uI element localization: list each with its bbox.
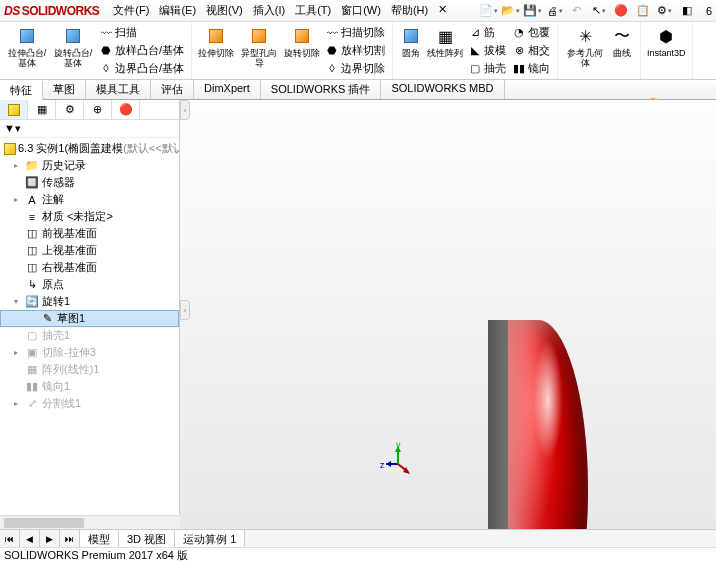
undo-icon[interactable]: ↶: [568, 2, 586, 20]
tree-sketch1[interactable]: ✎草图1: [0, 310, 179, 327]
menu-tools[interactable]: 工具(T): [291, 1, 335, 20]
menu-search-icon[interactable]: ✕: [434, 1, 451, 20]
select-icon[interactable]: ↖▾: [590, 2, 608, 20]
app-logo: DS SOLIDWORKS: [4, 4, 99, 18]
btab-3dview[interactable]: 3D 视图: [119, 530, 175, 547]
tab-features[interactable]: 特征: [0, 81, 43, 100]
tree-mirror1[interactable]: ▮▮镜向1: [0, 378, 179, 395]
btab-prev-icon[interactable]: ◀: [20, 530, 40, 547]
rebuild-icon[interactable]: 🔴: [612, 2, 630, 20]
tree-sensors[interactable]: 🔲传感器: [0, 174, 179, 191]
panel-collapse-handle-2[interactable]: ›: [180, 300, 190, 320]
fm-tabs: ▦ ⚙ ⊕ 🔴: [0, 100, 179, 120]
tab-dimxpert[interactable]: DimXpert: [194, 80, 261, 99]
menubar: 文件(F) 编辑(E) 视图(V) 插入(I) 工具(T) 窗口(W) 帮助(H…: [109, 1, 451, 20]
settings-icon[interactable]: ⚙▾: [656, 2, 674, 20]
qat-number: 6: [706, 5, 712, 17]
tree-annotations[interactable]: ▸A注解: [0, 191, 179, 208]
draft-button[interactable]: ◣拔模: [465, 42, 509, 60]
motion-tabs: ⏮ ◀ ▶ ⏭ 模型 3D 视图 运动算例 1: [0, 529, 716, 547]
tab-sw-mbd[interactable]: SOLIDWORKS MBD: [381, 80, 504, 99]
mirror-button[interactable]: ▮▮镜向: [509, 59, 553, 77]
revolve-boss-button[interactable]: 旋转凸台/基体: [50, 24, 96, 77]
tree-cut-extrude3[interactable]: ▸▣切除-拉伸3: [0, 344, 179, 361]
status-text: SOLIDWORKS Premium 2017 x64 版: [4, 549, 188, 561]
new-icon[interactable]: 📄▾: [480, 2, 498, 20]
menu-view[interactable]: 视图(V): [202, 1, 247, 20]
instant3d-button[interactable]: ⬢Instant3D: [645, 24, 688, 77]
tree-origin[interactable]: ↳原点: [0, 276, 179, 293]
revolve-cut-button[interactable]: 旋转切除: [282, 24, 322, 77]
fm-tab-tree-icon[interactable]: [0, 100, 28, 119]
panel-collapse-handle[interactable]: ›: [180, 100, 190, 120]
ribbon-tabs: 特征 草图 模具工具 评估 DimXpert SOLIDWORKS 插件 SOL…: [0, 80, 716, 100]
save-icon[interactable]: 💾▾: [524, 2, 542, 20]
menu-insert[interactable]: 插入(I): [249, 1, 289, 20]
linear-pattern-button[interactable]: ▦线性阵列: [425, 24, 465, 77]
extrude-cut-button[interactable]: 拉伸切除: [196, 24, 236, 77]
shell-button[interactable]: ▢抽壳: [465, 59, 509, 77]
sweep-cut-button[interactable]: 〰扫描切除: [322, 24, 388, 42]
fillet-button[interactable]: 圆角: [397, 24, 425, 77]
menu-file[interactable]: 文件(F): [109, 1, 153, 20]
extrude-boss-button[interactable]: 拉伸凸台/基体: [4, 24, 50, 77]
statusbar: SOLIDWORKS Premium 2017 x64 版: [0, 547, 716, 561]
btab-motion1[interactable]: 运动算例 1: [175, 530, 245, 547]
rib-button[interactable]: ⊿筋: [465, 24, 509, 42]
tree-material[interactable]: ≡材质 <未指定>: [0, 208, 179, 225]
sweep-button[interactable]: 〰扫描: [96, 24, 187, 42]
btab-next-icon[interactable]: ▶: [40, 530, 60, 547]
tree-right-plane[interactable]: ◫右视基准面: [0, 259, 179, 276]
feature-manager-panel: ▦ ⚙ ⊕ 🔴 ▼▾ 6.3 实例1(椭圆盖建模(默认<<默认>_显 ▸📁历史记…: [0, 100, 180, 540]
tree-scrollbar-h[interactable]: [0, 515, 180, 529]
boundary-boss-button[interactable]: ◊边界凸台/基体: [96, 59, 187, 77]
tab-sketch[interactable]: 草图: [43, 80, 86, 99]
menu-help[interactable]: 帮助(H): [387, 1, 432, 20]
fm-filter-icon[interactable]: ▼▾: [0, 120, 179, 138]
btab-first-icon[interactable]: ⏮: [0, 530, 20, 547]
options-icon[interactable]: 📋: [634, 2, 652, 20]
svg-marker-1: [386, 461, 391, 467]
quick-access-toolbar: 📄▾ 📂▾ 💾▾ 🖨▾ ↶ ↖▾ 🔴 📋 ⚙▾ ◧ 6: [480, 2, 712, 20]
intersect-button[interactable]: ⊗相交: [509, 42, 553, 60]
workspace: ▦ ⚙ ⊕ 🔴 ▼▾ 6.3 实例1(椭圆盖建模(默认<<默认>_显 ▸📁历史记…: [0, 100, 716, 540]
fm-tab-display-icon[interactable]: 🔴: [112, 100, 140, 119]
ref-geom-button[interactable]: ✳参考几何体: [562, 24, 608, 77]
titlebar: DS SOLIDWORKS 文件(F) 编辑(E) 视图(V) 插入(I) 工具…: [0, 0, 716, 22]
print-icon[interactable]: 🖨▾: [546, 2, 564, 20]
orientation-triad[interactable]: z y: [380, 440, 420, 480]
tab-mold[interactable]: 模具工具: [86, 80, 151, 99]
tree-revolve1[interactable]: ▾🔄旋转1: [0, 293, 179, 310]
tree-front-plane[interactable]: ◫前视基准面: [0, 225, 179, 242]
loft-boss-button[interactable]: ⬣放样凸台/基体: [96, 42, 187, 60]
tab-evaluate[interactable]: 评估: [151, 80, 194, 99]
curves-button[interactable]: 〜曲线: [608, 24, 636, 77]
svg-marker-3: [395, 446, 401, 452]
tree-shell1[interactable]: ▢抽壳1: [0, 327, 179, 344]
tree-split1[interactable]: ▸⤢分割线1: [0, 395, 179, 412]
3d-viewport[interactable]: z y: [180, 100, 716, 540]
btab-last-icon[interactable]: ⏭: [60, 530, 80, 547]
tab-sw-addins[interactable]: SOLIDWORKS 插件: [261, 80, 382, 99]
tree-top-plane[interactable]: ◫上视基准面: [0, 242, 179, 259]
tree-history[interactable]: ▸📁历史记录: [0, 157, 179, 174]
btab-model[interactable]: 模型: [80, 530, 119, 547]
fm-tab-property-icon[interactable]: ▦: [28, 100, 56, 119]
fm-tab-dimxpert-icon[interactable]: ⊕: [84, 100, 112, 119]
fm-tab-config-icon[interactable]: ⚙: [56, 100, 84, 119]
tree-lpattern1[interactable]: ▦阵列(线性)1: [0, 361, 179, 378]
ribbon: 拉伸凸台/基体 旋转凸台/基体 〰扫描 ⬣放样凸台/基体 ◊边界凸台/基体 拉伸…: [0, 22, 716, 80]
boundary-cut-button[interactable]: ◊边界切除: [322, 59, 388, 77]
feature-tree: 6.3 实例1(椭圆盖建模(默认<<默认>_显 ▸📁历史记录 🔲传感器 ▸A注解…: [0, 138, 179, 540]
open-icon[interactable]: 📂▾: [502, 2, 520, 20]
menu-window[interactable]: 窗口(W): [337, 1, 385, 20]
tree-root[interactable]: 6.3 实例1(椭圆盖建模(默认<<默认>_显: [0, 140, 179, 157]
wrap-button[interactable]: ◔包覆: [509, 24, 553, 42]
menu-edit[interactable]: 编辑(E): [155, 1, 200, 20]
hole-wizard-button[interactable]: 异型孔向导: [236, 24, 282, 77]
appearance-icon[interactable]: ◧: [678, 2, 696, 20]
loft-cut-button[interactable]: ⬣放样切割: [322, 42, 388, 60]
